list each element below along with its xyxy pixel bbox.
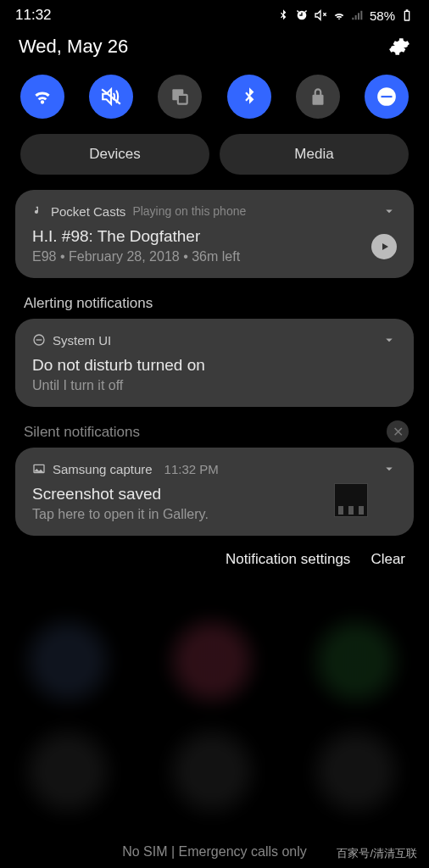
status-time: 11:32 <box>15 7 52 24</box>
devices-button[interactable]: Devices <box>20 134 209 175</box>
clear-button[interactable]: Clear <box>370 551 405 568</box>
qs-lock[interactable] <box>296 75 340 119</box>
battery-icon <box>400 8 414 22</box>
media-card[interactable]: Pocket Casts Playing on this phone H.I. … <box>15 190 414 278</box>
media-card-header: Pocket Casts Playing on this phone <box>32 203 397 219</box>
qs-dnd[interactable] <box>365 75 409 119</box>
quick-settings-row <box>0 70 429 134</box>
status-bar: 11:32 58% <box>0 0 429 27</box>
dnd-app-name: System UI <box>53 333 111 348</box>
dnd-title: Do not disturb turned on <box>32 356 397 375</box>
media-app-name: Pocket Casts <box>51 204 125 219</box>
watermark: 百家号/清清互联 <box>333 844 421 863</box>
date-text: Wed, May 26 <box>19 36 128 58</box>
qs-vibrate[interactable] <box>89 75 133 119</box>
dnd-card[interactable]: System UI Do not disturb turned on Until… <box>15 319 414 407</box>
capture-time: 11:32 PM <box>164 462 219 476</box>
status-right: 58% <box>276 8 414 23</box>
silent-label: Silent notifications ✕ <box>0 419 429 448</box>
dnd-subtitle: Until I turn it off <box>32 378 397 393</box>
media-status: Playing on this phone <box>132 204 246 218</box>
mute-icon <box>314 8 327 22</box>
music-icon <box>32 205 44 217</box>
capture-card-header: Samsung capture 11:32 PM <box>32 461 397 476</box>
dnd-icon <box>376 86 398 108</box>
bottom-actions: Notification settings Clear <box>0 548 429 568</box>
capture-app-name: Samsung capture <box>53 462 153 476</box>
gear-icon[interactable] <box>388 36 410 58</box>
dnd-icon <box>32 333 46 347</box>
wifi-icon <box>31 86 53 108</box>
play-icon <box>380 242 390 252</box>
play-button[interactable] <box>371 234 397 259</box>
wifi-icon <box>332 8 346 22</box>
silent-label-text: Silent notifications <box>24 424 140 440</box>
screenshot-thumbnail[interactable] <box>334 483 368 517</box>
chevron-down-icon[interactable] <box>382 332 397 348</box>
chevron-down-icon[interactable] <box>382 203 397 219</box>
lock-icon <box>307 86 329 108</box>
media-subtitle: E98 • February 28, 2018 • 36m left <box>32 249 397 264</box>
svg-rect-1 <box>178 95 187 104</box>
wide-buttons-row: Devices Media <box>0 134 429 190</box>
media-button[interactable]: Media <box>220 134 409 175</box>
svg-rect-3 <box>381 96 392 97</box>
date-row: Wed, May 26 <box>0 27 429 70</box>
image-icon <box>32 462 46 476</box>
bluetooth-icon <box>276 8 290 22</box>
qs-wifi[interactable] <box>20 75 64 119</box>
alerting-label: Alerting notifications <box>0 290 429 319</box>
dnd-card-header: System UI <box>32 332 397 348</box>
bluetooth-icon <box>238 86 260 108</box>
clear-silent-button[interactable]: ✕ <box>387 420 409 442</box>
multiwindow-icon <box>169 86 191 108</box>
chevron-down-icon[interactable] <box>382 461 397 476</box>
qs-bluetooth[interactable] <box>227 75 271 119</box>
alarm-icon <box>295 8 309 22</box>
notification-settings-button[interactable]: Notification settings <box>226 551 350 568</box>
signal-icon <box>351 8 365 22</box>
media-title: H.I. #98: The Dogfather <box>32 227 397 246</box>
svg-rect-5 <box>36 339 42 340</box>
capture-card[interactable]: Samsung capture 11:32 PM Screenshot save… <box>15 448 414 536</box>
qs-multiwindow[interactable] <box>158 75 202 119</box>
battery-percent: 58% <box>370 8 395 23</box>
vibrate-icon <box>100 86 122 108</box>
